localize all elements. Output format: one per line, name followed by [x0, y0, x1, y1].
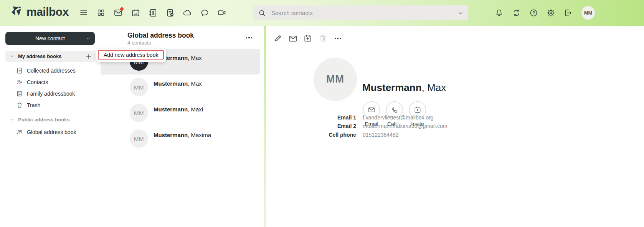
sidebar-item-label: Contacts — [27, 79, 48, 85]
contact-avatar: MM — [130, 104, 148, 122]
field-label: Cell phone — [266, 132, 356, 138]
add-address-book-popup: Add new address book — [96, 49, 166, 62]
contact-detail-panel: MM Mustermann, Max Email Call — [266, 26, 644, 227]
public-address-books-label: Public address books — [18, 117, 69, 123]
apps-icon[interactable] — [94, 6, 107, 19]
detail-contact-name: Mustermann, Max — [362, 82, 446, 94]
contact-fields: Email 1 f.vandervliettest@mailbox.org Em… — [266, 114, 447, 140]
address-book-title: Global address book — [127, 31, 194, 40]
add-new-address-book-menu-item[interactable]: Add new address book — [98, 50, 164, 60]
search-input[interactable] — [271, 10, 457, 16]
top-right-icons: ? — [492, 6, 575, 19]
sidebar-item-global-address-book[interactable]: Global address book — [5, 126, 95, 138]
chat-icon[interactable] — [198, 6, 211, 19]
new-contact-dropdown-chevron-icon[interactable] — [86, 36, 91, 42]
contact-row[interactable]: MM Mustermann, Maxi — [101, 100, 260, 126]
family-addressbook-icon — [16, 90, 23, 97]
search-dropdown-chevron-icon[interactable] — [457, 10, 464, 16]
list-more-options-icon[interactable] — [244, 34, 254, 41]
user-avatar[interactable]: MM — [581, 6, 595, 20]
sidebar-item-label: Trash — [27, 102, 40, 108]
menu-icon[interactable] — [77, 6, 90, 19]
mailbox-logo-icon — [9, 5, 23, 19]
mail-notification-dot — [120, 7, 124, 11]
field-value-email[interactable]: f.vandervliettest@mailbox.org — [363, 114, 434, 121]
sidebar-item-label: Family addressbook — [27, 91, 75, 97]
contact-name: Mustermann, Max — [154, 80, 202, 87]
app-window: mailbox 12 — [0, 0, 644, 227]
sidebar-item-label: Collected addresses — [27, 68, 76, 74]
app-launcher-icons: 12 — [94, 6, 228, 19]
field-row-cell-phone: Cell phone 015122384482 — [266, 132, 447, 140]
new-contact-button[interactable]: New contact — [5, 32, 95, 45]
trash-icon — [16, 102, 23, 109]
mail-icon[interactable] — [112, 6, 125, 19]
svg-text:?: ? — [532, 10, 535, 15]
contact-row[interactable]: MM Mustermann, Max — [101, 75, 260, 100]
contact-name: Mustermann, Maxima — [154, 132, 211, 138]
svg-text:12: 12 — [134, 12, 137, 15]
top-bar: mailbox 12 — [0, 0, 644, 26]
add-address-book-plus-icon[interactable] — [86, 53, 92, 60]
field-row-email2: Email 2 mustermannmaxima30@gmail.com — [266, 123, 447, 131]
detail-toolbar — [273, 34, 342, 43]
tasks-icon[interactable] — [163, 6, 177, 19]
contacts-icon[interactable] — [146, 6, 159, 19]
delete-icon — [318, 34, 327, 43]
video-icon[interactable] — [215, 6, 228, 19]
calendar-icon[interactable]: 12 — [129, 6, 142, 19]
public-address-books-header[interactable]: Public address books — [5, 114, 95, 125]
edit-icon[interactable] — [273, 34, 282, 43]
detail-avatar: MM — [314, 58, 357, 101]
contact-avatar: MM — [130, 129, 148, 148]
my-address-books-header[interactable]: My address books — [5, 51, 95, 62]
help-icon[interactable]: ? — [527, 6, 540, 19]
sidebar-item-trash[interactable]: Trash — [5, 99, 95, 111]
sidebar-item-label: Global address book — [27, 129, 76, 135]
search-icon — [258, 9, 266, 17]
collected-addresses-icon — [16, 67, 23, 74]
refresh-icon[interactable] — [510, 6, 523, 19]
contact-avatar: MM — [130, 78, 148, 96]
settings-icon[interactable] — [544, 6, 557, 19]
sidebar-item-family-addressbook[interactable]: Family addressbook — [5, 88, 95, 99]
contacts-list-icon — [16, 79, 23, 86]
field-row-email1: Email 1 f.vandervliettest@mailbox.org — [266, 114, 447, 123]
contact-rows: MM Mustermann, Max MM Mustermann, Max MM… — [101, 49, 264, 152]
my-address-books-label: My address books — [18, 53, 86, 59]
field-label: Email 1 — [266, 114, 356, 121]
sidebar-item-collected-addresses[interactable]: Collected addresses — [5, 65, 95, 76]
logo-text: mailbox — [26, 5, 69, 18]
chevron-down-icon — [9, 54, 14, 59]
global-address-book-icon — [16, 129, 23, 136]
more-options-icon[interactable] — [333, 34, 342, 43]
sidebar-item-contacts[interactable]: Contacts — [5, 76, 95, 88]
field-label: Email 2 — [266, 123, 356, 129]
calendar-add-icon[interactable] — [303, 34, 312, 43]
send-email-icon[interactable] — [288, 34, 297, 43]
contact-row[interactable]: MM Mustermann, Maxima — [101, 126, 260, 152]
field-value-phone[interactable]: 015122384482 — [363, 132, 398, 138]
contact-name: Mustermann, Maxi — [154, 106, 203, 113]
new-contact-label: New contact — [35, 35, 65, 41]
chevron-down-icon — [9, 117, 14, 122]
search-bar — [253, 5, 468, 20]
cloud-icon[interactable] — [181, 6, 194, 19]
field-value-email[interactable]: mustermannmaxima30@gmail.com — [363, 123, 447, 129]
notifications-icon[interactable] — [492, 6, 505, 19]
app-logo[interactable]: mailbox — [9, 5, 69, 19]
signout-icon[interactable] — [561, 6, 575, 19]
contact-count: 4 contacts — [127, 40, 151, 46]
folder-sidebar: New contact My address books Collected a… — [0, 26, 101, 227]
